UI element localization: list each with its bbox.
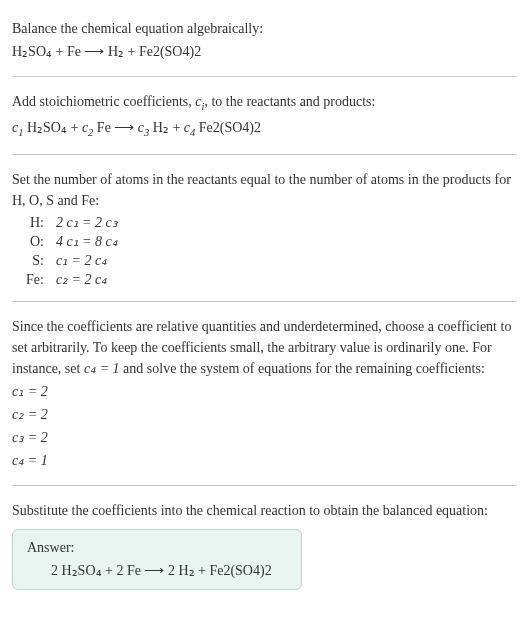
table-row: O: 4 c₁ = 8 c₄ (20, 232, 124, 251)
divider (12, 154, 517, 155)
element-label: Fe: (20, 270, 50, 289)
section-problem: Balance the chemical equation algebraica… (12, 8, 517, 72)
solution-line: c₃ = 2 (12, 427, 517, 448)
text: H₂SO₄ + (23, 120, 81, 135)
text: , to the reactants and products: (204, 94, 375, 109)
element-equation: 2 c₁ = 2 c₃ (50, 213, 124, 232)
section-coefficients: Add stoichiometric coefficients, ci, to … (12, 81, 517, 150)
solution-line: c₄ = 1 (12, 450, 517, 471)
table-row: H: 2 c₁ = 2 c₃ (20, 213, 124, 232)
coeff-title: Add stoichiometric coefficients, ci, to … (12, 91, 517, 115)
problem-equation: H₂SO₄ + Fe ⟶ H₂ + Fe2(SO4)2 (12, 41, 517, 62)
answer-label: Answer: (27, 540, 287, 556)
table-row: S: c₁ = 2 c₄ (20, 251, 124, 270)
c4: c4 (184, 120, 195, 135)
text: and solve the system of equations for th… (120, 361, 485, 376)
c3: c3 (138, 120, 149, 135)
balance-table: H: 2 c₁ = 2 c₃ O: 4 c₁ = 8 c₄ S: c₁ = 2 … (20, 213, 124, 289)
text: H₂ + (149, 120, 184, 135)
table-row: Fe: c₂ = 2 c₄ (20, 270, 124, 289)
element-label: H: (20, 213, 50, 232)
divider (12, 485, 517, 486)
element-label: O: (20, 232, 50, 251)
answer-title: Substitute the coefficients into the che… (12, 500, 517, 521)
text: Add stoichiometric coefficients, (12, 94, 195, 109)
element-label: S: (20, 251, 50, 270)
element-equation: c₂ = 2 c₄ (50, 270, 124, 289)
balance-title: Set the number of atoms in the reactants… (12, 169, 517, 211)
solution-line: c₂ = 2 (12, 404, 517, 425)
section-atom-balance: Set the number of atoms in the reactants… (12, 159, 517, 297)
divider (12, 301, 517, 302)
solution-line: c₁ = 2 (12, 381, 517, 402)
problem-title: Balance the chemical equation algebraica… (12, 18, 517, 39)
section-solve: Since the coefficients are relative quan… (12, 306, 517, 481)
solve-title: Since the coefficients are relative quan… (12, 316, 517, 379)
c4-assign: c₄ = 1 (84, 361, 120, 376)
section-answer: Substitute the coefficients into the che… (12, 490, 517, 598)
text: Fe2(SO4)2 (195, 120, 261, 135)
answer-equation: 2 H₂SO₄ + 2 Fe ⟶ 2 H₂ + Fe2(SO4)2 (27, 562, 287, 579)
divider (12, 76, 517, 77)
coeff-equation: c1 H₂SO₄ + c2 Fe ⟶ c3 H₂ + c4 Fe2(SO4)2 (12, 117, 517, 141)
element-equation: 4 c₁ = 8 c₄ (50, 232, 124, 251)
c1: c1 (12, 120, 23, 135)
answer-box: Answer: 2 H₂SO₄ + 2 Fe ⟶ 2 H₂ + Fe2(SO4)… (12, 529, 302, 590)
element-equation: c₁ = 2 c₄ (50, 251, 124, 270)
text: Fe ⟶ (93, 120, 138, 135)
c2: c2 (82, 120, 93, 135)
